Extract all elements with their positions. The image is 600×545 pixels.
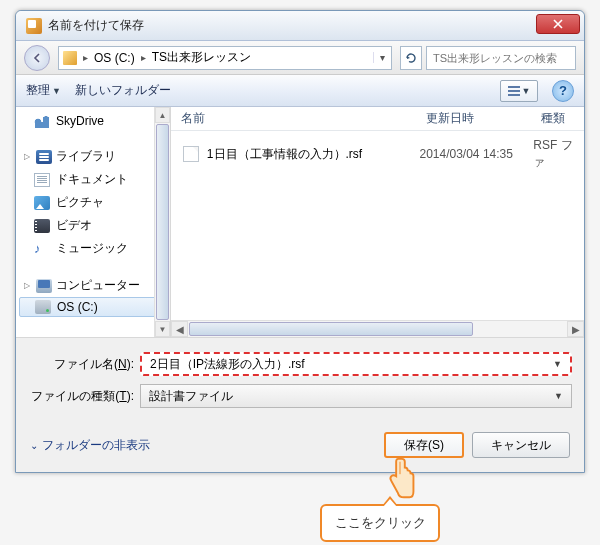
- sidebar-item-music[interactable]: ♪ミュージック: [16, 237, 170, 260]
- close-icon: [553, 19, 563, 29]
- list-view-icon: [508, 86, 520, 96]
- refresh-button[interactable]: [400, 46, 422, 70]
- filename-label: ファイル名(N):: [28, 356, 140, 373]
- filename-input[interactable]: 2日目（IP法線形の入力）.rsf ▼: [140, 352, 572, 376]
- instruction-callout: ここをクリック: [320, 504, 440, 542]
- file-date: 2014/03/04 14:35: [419, 147, 533, 161]
- save-button[interactable]: 保存(S): [384, 432, 464, 458]
- cloud-icon: [34, 114, 50, 128]
- video-icon: [34, 219, 50, 233]
- breadcrumb-folder[interactable]: TS出来形レッスン: [148, 49, 255, 66]
- window-title: 名前を付けて保存: [48, 17, 536, 34]
- expand-icon: ▷: [22, 281, 32, 290]
- refresh-icon: [405, 52, 417, 64]
- filetype-value: 設計書ファイル: [149, 388, 233, 405]
- column-name[interactable]: 名前: [171, 110, 416, 127]
- new-folder-button[interactable]: 新しいフォルダー: [75, 82, 171, 99]
- file-row[interactable]: 1日目（工事情報の入力）.rsf 2014/03/04 14:35 RSF ファ: [171, 131, 584, 177]
- file-icon: [183, 146, 199, 162]
- close-button[interactable]: [536, 14, 580, 34]
- hide-folders-link[interactable]: ⌄フォルダーの非表示: [30, 437, 150, 454]
- sidebar-item-pictures[interactable]: ピクチャ: [16, 191, 170, 214]
- file-hscrollbar[interactable]: ◀ ▶: [171, 320, 584, 337]
- sidebar-label: OS (C:): [57, 300, 98, 314]
- caret-down-icon: ⌄: [30, 440, 38, 451]
- address-bar[interactable]: ▸ OS (C:) ▸ TS出来形レッスン ▾: [58, 46, 392, 70]
- scrollbar-thumb[interactable]: [189, 322, 473, 336]
- file-name: 1日目（工事情報の入力）.rsf: [207, 146, 420, 163]
- scroll-down-icon: ▼: [155, 321, 170, 337]
- expand-icon: ▷: [22, 152, 32, 161]
- nav-back-button[interactable]: [24, 45, 50, 71]
- arrow-left-icon: [32, 53, 42, 63]
- search-input[interactable]: [426, 46, 576, 70]
- sidebar-label: ライブラリ: [56, 148, 116, 165]
- app-icon: [26, 18, 42, 34]
- breadcrumb-drive[interactable]: OS (C:): [90, 51, 139, 65]
- column-headers: 名前 更新日時 種類: [171, 107, 584, 131]
- hide-folders-label: フォルダーの非表示: [42, 437, 150, 454]
- filetype-select[interactable]: 設計書ファイル ▼: [140, 384, 572, 408]
- filetype-label: ファイルの種類(T):: [28, 388, 140, 405]
- chevron-down-icon: ▼: [52, 86, 61, 96]
- chevron-down-icon: ▼: [553, 359, 562, 369]
- column-date[interactable]: 更新日時: [416, 110, 531, 127]
- scrollbar-thumb[interactable]: [156, 124, 169, 320]
- document-icon: [34, 173, 50, 187]
- chevron-right-icon: ▸: [139, 52, 148, 63]
- sidebar-item-os-drive[interactable]: OS (C:): [19, 297, 167, 317]
- save-dialog: 名前を付けて保存 ▸ OS (C:) ▸ TS出来形レッスン ▾ 整理▼ 新しい…: [15, 10, 585, 473]
- help-button[interactable]: ?: [552, 80, 574, 102]
- music-icon: ♪: [34, 242, 50, 256]
- sidebar-item-documents[interactable]: ドキュメント: [16, 168, 170, 191]
- callout-text: ここをクリック: [335, 515, 426, 530]
- file-type: RSF ファ: [533, 137, 584, 171]
- picture-icon: [34, 196, 50, 210]
- sidebar-label: ドキュメント: [56, 171, 128, 188]
- filename-value: 2日目（IP法線形の入力）.rsf: [150, 356, 305, 373]
- sidebar-group-library[interactable]: ▷ライブラリ: [16, 145, 170, 168]
- column-type[interactable]: 種類: [531, 110, 584, 127]
- scroll-right-icon: ▶: [567, 321, 584, 337]
- drive-icon: [35, 300, 51, 314]
- sidebar: SkyDrive ▷ライブラリ ドキュメント ピクチャ ビデオ ♪ミュージック …: [16, 107, 171, 337]
- sidebar-label: ビデオ: [56, 217, 92, 234]
- sidebar-scrollbar[interactable]: ▲ ▼: [154, 107, 170, 337]
- sidebar-label: ミュージック: [56, 240, 128, 257]
- sidebar-label: SkyDrive: [56, 114, 104, 128]
- sidebar-label: ピクチャ: [56, 194, 104, 211]
- chevron-right-icon: ▸: [81, 52, 90, 63]
- scroll-left-icon: ◀: [171, 321, 188, 337]
- folder-icon: [63, 51, 77, 65]
- cancel-button[interactable]: キャンセル: [472, 432, 570, 458]
- chevron-down-icon: ▼: [554, 391, 563, 401]
- form-area: ファイル名(N): 2日目（IP法線形の入力）.rsf ▼ ファイルの種類(T)…: [16, 337, 584, 422]
- dialog-footer: ⌄フォルダーの非表示 保存(S) キャンセル: [16, 422, 584, 472]
- navbar: ▸ OS (C:) ▸ TS出来形レッスン ▾: [16, 41, 584, 75]
- library-icon: [36, 150, 52, 164]
- sidebar-item-videos[interactable]: ビデオ: [16, 214, 170, 237]
- help-icon: ?: [559, 83, 567, 98]
- sidebar-group-computer[interactable]: ▷コンピューター: [16, 274, 170, 297]
- sidebar-label: コンピューター: [56, 277, 140, 294]
- toolbar: 整理▼ 新しいフォルダー ▼ ?: [16, 75, 584, 107]
- address-dropdown[interactable]: ▾: [373, 52, 391, 63]
- file-list-pane: 名前 更新日時 種類 1日目（工事情報の入力）.rsf 2014/03/04 1…: [171, 107, 584, 337]
- view-options-button[interactable]: ▼: [500, 80, 538, 102]
- organize-menu[interactable]: 整理▼: [26, 82, 61, 99]
- chevron-down-icon: ▼: [522, 86, 531, 96]
- computer-icon: [36, 279, 52, 293]
- organize-label: 整理: [26, 82, 50, 99]
- scroll-up-icon: ▲: [155, 107, 170, 123]
- titlebar: 名前を付けて保存: [16, 11, 584, 41]
- sidebar-item-skydrive[interactable]: SkyDrive: [16, 111, 170, 131]
